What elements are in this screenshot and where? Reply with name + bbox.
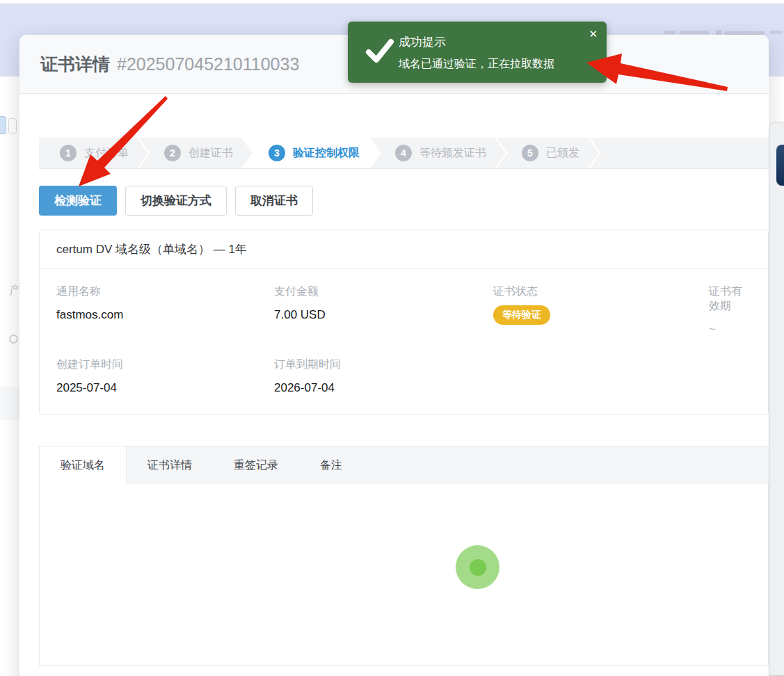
tab-panel-verify-domain	[39, 483, 769, 666]
screen: 产 证书详情 #202507045210110033 1 支付订单 2 创建证书	[0, 0, 784, 676]
certificate-info-card: certum DV 域名级（单域名） — 1年 通用名称 fastmos.com…	[39, 230, 769, 415]
ghost-header-icon	[716, 30, 722, 35]
field-order-created: 创建订单时间 2025-07-04	[56, 357, 274, 395]
tab-cert-details[interactable]: 证书详情	[127, 446, 213, 483]
field-order-expires: 订单到期时间 2026-07-04	[274, 357, 493, 395]
step-number-badge: 5	[522, 145, 538, 161]
step-wait-issue: 4 等待颁发证书	[370, 138, 506, 168]
cancel-certificate-button[interactable]: 取消证书	[235, 186, 313, 216]
tab-remarks[interactable]: 备注	[299, 446, 363, 483]
step-number-badge: 1	[60, 145, 77, 161]
action-buttons: 检测验证 切换验证方式 取消证书	[39, 186, 769, 216]
background-text-fragment: 产	[9, 282, 19, 298]
close-icon[interactable]: ✕	[589, 29, 598, 39]
loading-spinner	[456, 545, 499, 589]
page-title: 证书详情	[40, 53, 110, 76]
toast-message: 域名已通过验证，正在拉取数据	[399, 57, 554, 72]
background-row-fragment	[0, 387, 19, 420]
field-payment-amount: 支付金额 7.00 USD	[274, 284, 493, 337]
floating-side-panel	[769, 122, 784, 676]
step-number-badge: 4	[395, 145, 412, 161]
step-number-badge: 3	[269, 145, 285, 161]
step-pay-order: 1 支付订单	[39, 138, 148, 168]
background-button-fragment	[0, 116, 6, 134]
toast-title: 成功提示	[399, 34, 446, 50]
step-issued: 5 已颁发	[497, 138, 599, 168]
certificate-details-modal: 证书详情 #202507045210110033 1 支付订单 2 创建证书 3	[19, 35, 769, 676]
ghost-header-text	[770, 31, 783, 34]
success-toast: 成功提示 域名已通过验证，正在拉取数据 ✕	[348, 22, 607, 83]
step-number-badge: 2	[164, 145, 181, 161]
product-name: certum DV 域名级（单域名） — 1年	[40, 230, 768, 269]
step-verify-control: 3 验证控制权限	[243, 138, 379, 168]
modal-body: 1 支付订单 2 创建证书 3 验证控制权限 4 等待颁发证书	[19, 138, 769, 666]
ghost-header-text	[680, 31, 709, 34]
detail-tabs: 验证域名 证书详情 重签记录 备注	[39, 446, 769, 483]
field-cert-status: 证书状态 等待验证	[493, 284, 709, 337]
step-bar-filler	[590, 138, 769, 168]
check-icon	[365, 37, 394, 65]
tab-verify-domain[interactable]: 验证域名	[39, 446, 127, 485]
loading-spinner-core	[470, 559, 486, 576]
status-badge: 等待验证	[493, 305, 550, 325]
tab-resign-records[interactable]: 重签记录	[213, 446, 299, 483]
order-number: #202507045210110033	[117, 54, 299, 74]
step-create-cert: 2 创建证书	[139, 138, 253, 168]
background-box-fragment	[8, 118, 17, 134]
certificate-fields: 通用名称 fastmos.com 支付金额 7.00 USD 证书状态 等待验证…	[40, 269, 768, 415]
step-wizard: 1 支付订单 2 创建证书 3 验证控制权限 4 等待颁发证书	[39, 138, 769, 169]
check-validation-button[interactable]: 检测验证	[39, 186, 117, 216]
background-search-icon	[9, 335, 18, 344]
ghost-header-text	[664, 31, 675, 34]
floating-side-panel-button[interactable]	[776, 145, 784, 186]
switch-validation-method-button[interactable]: 切换验证方式	[125, 186, 227, 216]
field-cert-validity: 证书有效期 ~	[709, 284, 751, 337]
field-common-name: 通用名称 fastmos.com	[56, 284, 274, 337]
